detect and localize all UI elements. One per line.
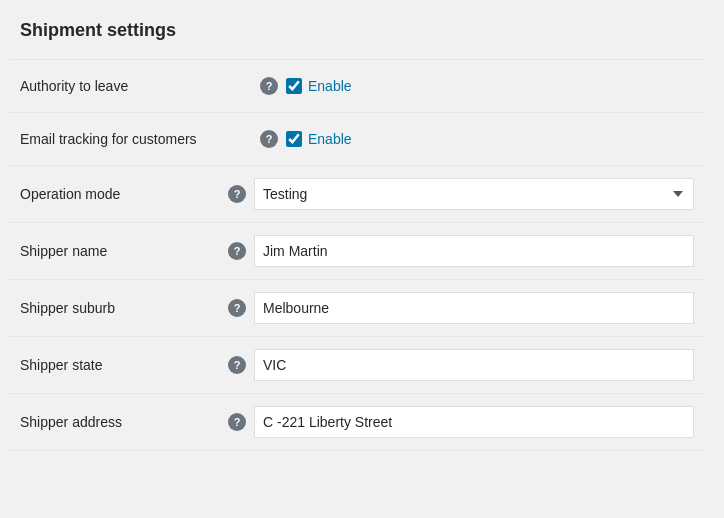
settings-row-email-tracking: Email tracking for customers?Enable	[10, 113, 704, 166]
enable-label-authority-to-leave: Enable	[308, 78, 352, 94]
page-title: Shipment settings	[10, 20, 704, 41]
checkbox-wrap-authority-to-leave: Enable	[286, 78, 352, 94]
settings-row-shipper-address: Shipper address?	[10, 394, 704, 451]
label-authority-to-leave: Authority to leave	[10, 60, 250, 112]
settings-row-shipper-name: Shipper name?	[10, 223, 704, 280]
input-shipper-suburb[interactable]	[254, 292, 694, 324]
checkbox-wrap-email-tracking: Enable	[286, 131, 352, 147]
control-cell-shipper-address: ?	[218, 394, 704, 450]
control-cell-operation-mode: ?TestingProduction	[218, 166, 704, 222]
help-icon-email-tracking[interactable]: ?	[260, 130, 278, 148]
help-icon-shipper-state[interactable]: ?	[228, 356, 246, 374]
control-cell-email-tracking: ?Enable	[250, 118, 362, 160]
help-icon-shipper-suburb[interactable]: ?	[228, 299, 246, 317]
input-shipper-address[interactable]	[254, 406, 694, 438]
label-shipper-name: Shipper name	[10, 225, 218, 277]
settings-row-shipper-state: Shipper state?	[10, 337, 704, 394]
control-cell-shipper-suburb: ?	[218, 280, 704, 336]
input-shipper-state[interactable]	[254, 349, 694, 381]
control-cell-authority-to-leave: ?Enable	[250, 65, 362, 107]
settings-row-operation-mode: Operation mode?TestingProduction	[10, 166, 704, 223]
label-email-tracking: Email tracking for customers	[10, 113, 250, 165]
help-icon-authority-to-leave[interactable]: ?	[260, 77, 278, 95]
settings-row-authority-to-leave: Authority to leave?Enable	[10, 59, 704, 113]
settings-row-shipper-suburb: Shipper suburb?	[10, 280, 704, 337]
settings-table: Authority to leave?EnableEmail tracking …	[10, 59, 704, 451]
select-operation-mode[interactable]: TestingProduction	[254, 178, 694, 210]
control-cell-shipper-state: ?	[218, 337, 704, 393]
label-shipper-suburb: Shipper suburb	[10, 282, 218, 334]
help-icon-operation-mode[interactable]: ?	[228, 185, 246, 203]
checkbox-email-tracking[interactable]	[286, 131, 302, 147]
shipment-settings-page: Shipment settings Authority to leave?Ena…	[0, 0, 724, 518]
label-shipper-state: Shipper state	[10, 339, 218, 391]
help-icon-shipper-address[interactable]: ?	[228, 413, 246, 431]
checkbox-authority-to-leave[interactable]	[286, 78, 302, 94]
label-shipper-address: Shipper address	[10, 396, 218, 448]
label-operation-mode: Operation mode	[10, 168, 218, 220]
input-shipper-name[interactable]	[254, 235, 694, 267]
help-icon-shipper-name[interactable]: ?	[228, 242, 246, 260]
enable-label-email-tracking: Enable	[308, 131, 352, 147]
control-cell-shipper-name: ?	[218, 223, 704, 279]
